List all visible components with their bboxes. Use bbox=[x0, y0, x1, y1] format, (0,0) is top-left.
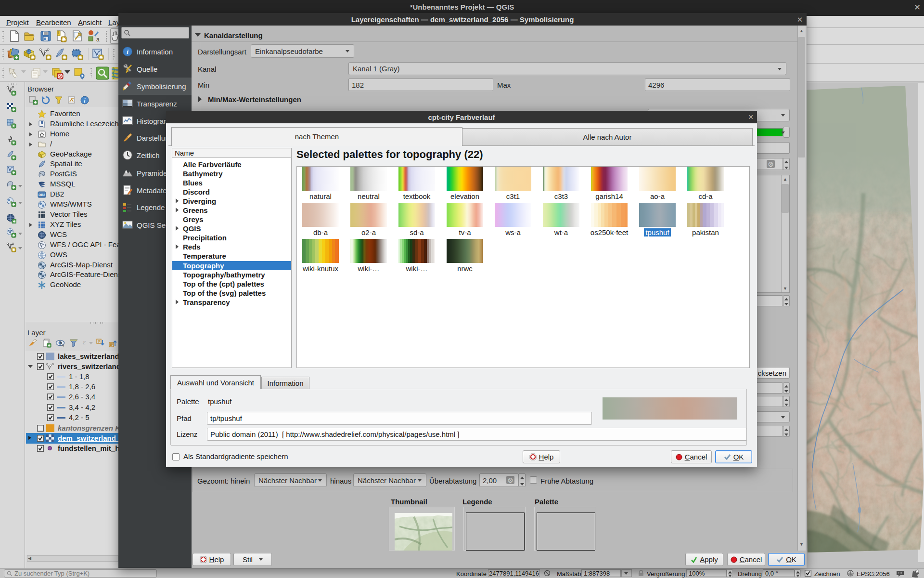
svg-text:i: i bbox=[127, 48, 128, 55]
svg-text:DB2: DB2 bbox=[38, 193, 45, 197]
svg-text:a: a bbox=[96, 36, 100, 42]
